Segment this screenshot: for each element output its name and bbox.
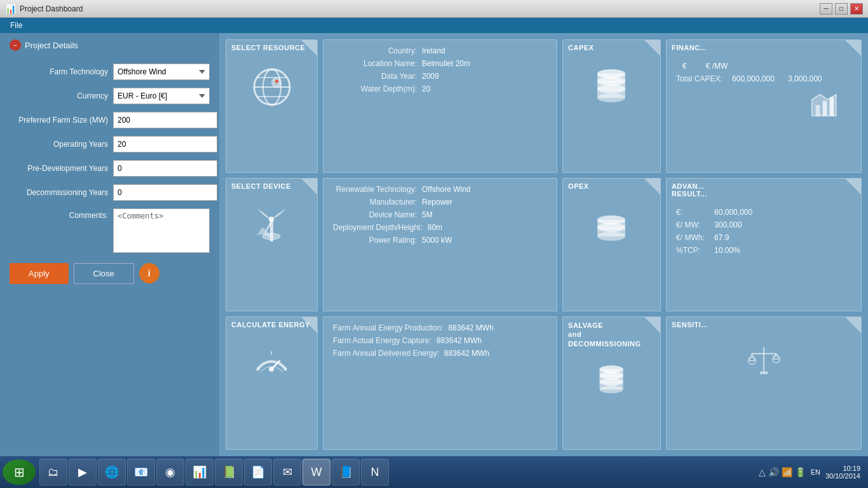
- opex-icon-area: [563, 194, 660, 254]
- top-cards-row: SELECT RESOURCE 📍: [226, 39, 862, 173]
- delivered-label: Farm Annual Delivered Energy:: [333, 349, 444, 358]
- taskbar-excel-button[interactable]: 📗: [215, 459, 243, 485]
- taskbar-outlook-button[interactable]: 📧: [127, 459, 155, 485]
- manufacturer-row: Manufacturer: Repower: [333, 198, 547, 207]
- select-resource-card[interactable]: SELECT RESOURCE 📍: [226, 39, 318, 173]
- select-device-card[interactable]: SELECT DEVICE: [226, 178, 318, 311]
- country-row: Country: Ireland: [333, 46, 547, 55]
- sensitivity-header: SENSITI...: [667, 317, 861, 332]
- comments-label: Comments:: [10, 208, 108, 220]
- taskbar-acrobat-button[interactable]: 📄: [244, 459, 272, 485]
- operating-years-input[interactable]: 20: [113, 136, 217, 152]
- taskbar-files-button[interactable]: 🗂: [39, 459, 67, 485]
- middle-cards-row: SELECT DEVICE R: [226, 178, 862, 311]
- minimize-button[interactable]: ─: [820, 3, 832, 15]
- taskbar-app10-button[interactable]: 📘: [332, 459, 360, 485]
- decom-years-row: Decommissioning Years 0: [10, 184, 210, 201]
- sensitivity-card[interactable]: SENSITI...: [666, 316, 862, 450]
- device-name-value: 5M: [422, 210, 433, 219]
- annual-prod-label: Farm Annual Energy Production:: [333, 323, 448, 332]
- card-corner: [301, 40, 317, 56]
- card-corner: [644, 317, 660, 333]
- globe-icon-area: 📍: [226, 55, 317, 119]
- svg-point-24: [597, 215, 625, 224]
- capex-card[interactable]: CAPEX: [562, 39, 661, 173]
- device-name-label: Device Name:: [333, 210, 422, 219]
- farm-technology-select[interactable]: Offshore Wind: [113, 64, 210, 80]
- apply-button[interactable]: Apply: [10, 263, 69, 284]
- info-button[interactable]: i: [139, 263, 159, 283]
- comments-input[interactable]: <Comments>: [113, 208, 210, 253]
- sensitivity-icon-area: [667, 332, 861, 386]
- project-details-header: − Project Details: [10, 39, 210, 51]
- taskbar-chrome-button[interactable]: ◉: [156, 459, 184, 485]
- tray-icon-1: △: [759, 467, 766, 477]
- location-label: Location Name:: [333, 59, 422, 68]
- time-display: 10:19: [825, 464, 860, 472]
- finance-header: FINANC...: [667, 40, 861, 55]
- pre-dev-years-row: Pre-Development Years 0: [10, 160, 210, 177]
- collapse-button[interactable]: −: [10, 39, 21, 51]
- card-corner: [301, 179, 317, 194]
- location-row: Location Name: Belmullet 20m: [333, 59, 547, 68]
- deployment-label: Deployment Depth/Height:: [333, 223, 428, 232]
- opex-tcp-value: 10.00%: [714, 246, 740, 255]
- taskbar-media-button[interactable]: ▶: [69, 459, 97, 485]
- manufacturer-label: Manufacturer:: [333, 198, 422, 207]
- taskbar-app8-button[interactable]: ✉: [273, 459, 301, 485]
- water-depth-label: Water Depth(m):: [333, 85, 422, 93]
- menu-bar: File: [0, 18, 868, 33]
- close-button[interactable]: Close: [74, 263, 134, 284]
- maximize-button[interactable]: □: [835, 3, 848, 15]
- content-area: SELECT RESOURCE 📍: [219, 33, 868, 456]
- finance-per-mw-col: € /MW: [706, 62, 728, 71]
- card-corner: [301, 317, 317, 333]
- title-bar-left: 📊 Project Dashboard: [5, 4, 83, 14]
- svg-point-26: [269, 367, 274, 372]
- salvage-coins-icon: [591, 362, 632, 396]
- card-corner: [644, 40, 660, 56]
- data-year-label: Data Year:: [333, 72, 422, 81]
- adv-header: ADVAN...RESULT...: [667, 179, 861, 201]
- svg-point-36: [600, 365, 623, 373]
- svg-rect-16: [830, 97, 834, 116]
- title-bar-controls[interactable]: ─ □ ✕: [820, 3, 863, 15]
- decom-years-input[interactable]: 0: [113, 184, 217, 201]
- file-menu[interactable]: File: [5, 20, 27, 31]
- energy-info-table: Farm Annual Energy Production: 883642 MW…: [323, 317, 557, 368]
- renewable-tech-label: Renewable Technology:: [333, 185, 422, 194]
- decom-years-label: Decommissioning Years: [10, 188, 108, 197]
- opex-card[interactable]: OPEX: [562, 178, 661, 311]
- renewable-tech-row: Renewable Technology: Offshore Wind: [333, 185, 547, 194]
- device-info-table: Renewable Technology: Offshore Wind Manu…: [323, 179, 557, 255]
- taskbar-powerpoint-button[interactable]: 📊: [186, 459, 214, 485]
- salvage-card[interactable]: SALVAGE and DECOMMISSIONING: [562, 316, 661, 450]
- svg-text:📍: 📍: [273, 79, 281, 87]
- card-corner: [845, 317, 861, 333]
- gauge-icon-area: [226, 332, 317, 393]
- total-capex-label: Total CAPEX:: [676, 74, 727, 83]
- pre-dev-years-input[interactable]: 0: [113, 160, 217, 177]
- title-bar: 📊 Project Dashboard ─ □ ✕: [0, 0, 868, 18]
- close-window-button[interactable]: ✕: [850, 3, 863, 15]
- taskbar-word-button[interactable]: W: [302, 459, 330, 485]
- taskbar-app11-button[interactable]: N: [361, 459, 389, 485]
- pre-dev-years-label: Pre-Development Years: [10, 164, 108, 173]
- currency-select[interactable]: EUR - Euro [€]: [113, 88, 210, 104]
- data-year-value: 2009: [422, 72, 439, 81]
- finance-icon: [804, 89, 839, 124]
- project-details-label: Project Details: [25, 41, 78, 50]
- farm-size-input[interactable]: 200: [113, 112, 217, 128]
- taskbar-firefox-button[interactable]: 🌐: [98, 459, 126, 485]
- opex-mw-value: 300,000: [714, 220, 742, 229]
- calculate-energy-card[interactable]: CALCULATE ENERGY: [226, 316, 318, 450]
- taskbar-time: 10:19 30/10/2014: [825, 464, 860, 480]
- actual-capture-row: Farm Actual Energy Capture: 883642 MWh: [333, 336, 547, 345]
- farm-technology-row: Farm Technology Offshore Wind: [10, 64, 210, 80]
- operating-years-label: Operating Years: [10, 140, 108, 149]
- scales-icon: [747, 342, 782, 377]
- power-rating-label: Power Rating:: [333, 236, 422, 245]
- finance-table: € € /MW Total CAPEX: 600,000,000 3,000,0…: [667, 55, 861, 133]
- start-button[interactable]: ⊞: [3, 459, 36, 485]
- system-tray-icons: △ 🔊 📶 🔋: [759, 467, 806, 477]
